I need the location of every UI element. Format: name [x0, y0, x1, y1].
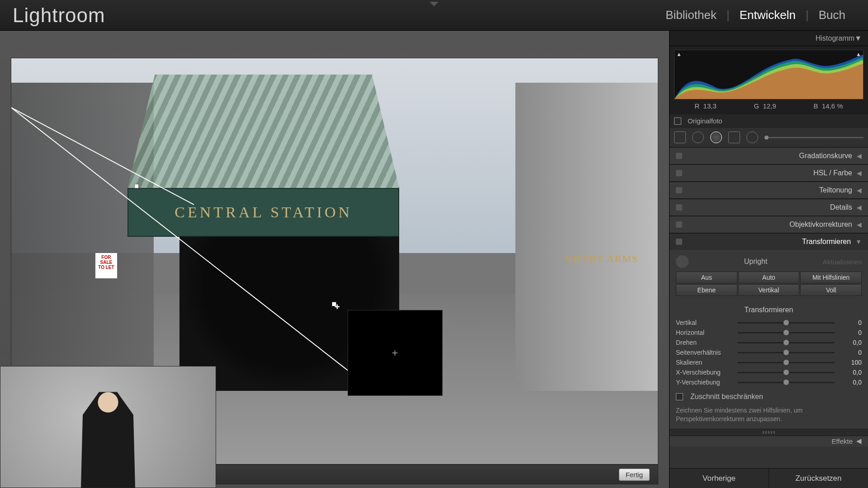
- upright-vertikal[interactable]: Vertikal: [738, 284, 800, 296]
- upright-ebene[interactable]: Ebene: [676, 284, 737, 296]
- panel-tonecurve[interactable]: Gradationskurve◀: [670, 148, 868, 164]
- slider-aspect[interactable]: Seitenverhältnis0: [676, 347, 862, 357]
- originalfoto-checkbox[interactable]: [674, 117, 681, 125]
- webcam-overlay: [0, 366, 216, 488]
- done-button[interactable]: Fertig: [619, 469, 650, 481]
- app-title: Lightroom: [13, 4, 105, 27]
- chevron-left-icon: ◀: [857, 169, 862, 177]
- transform-sliders-title: Transformieren: [676, 306, 862, 314]
- nav-sep: |: [726, 8, 730, 22]
- previous-button[interactable]: Vorherige: [670, 469, 769, 488]
- sign-grant-arms: GRANT ARMS: [565, 253, 638, 265]
- sign-for-sale: FOR SALETO LET: [95, 253, 117, 278]
- slider-scale[interactable]: Skalieren100: [676, 357, 862, 367]
- panel-detail[interactable]: Details◀: [670, 199, 868, 216]
- upright-tool-icon[interactable]: [676, 255, 689, 268]
- clip-highlight-icon[interactable]: ▲: [856, 51, 861, 57]
- constrain-crop-checkbox[interactable]: [676, 393, 683, 400]
- histogram-panel: ▲ ▲ R 13,3 G 12,9 B 14,6 %: [670, 46, 868, 114]
- slider-rotate[interactable]: Drehen0,0: [676, 338, 862, 347]
- sign-central-station: CENTRAL STATION: [175, 204, 352, 221]
- panel-hsl[interactable]: HSL / Farbe◀: [670, 165, 868, 181]
- slider-vertical[interactable]: Vertikal0: [676, 318, 862, 328]
- nav-book[interactable]: Buch: [809, 8, 855, 22]
- presenter-silhouette: [63, 384, 153, 488]
- panel-effects[interactable]: Effekte◀: [670, 436, 868, 446]
- upright-voll[interactable]: Voll: [800, 284, 862, 296]
- panel-resize-grip[interactable]: [670, 429, 868, 436]
- spot-tool-icon[interactable]: [692, 131, 704, 143]
- title-bar: Lightroom Bibliothek | Entwickeln | Buch: [0, 0, 868, 31]
- originalfoto-label: Originalfoto: [688, 117, 722, 125]
- chevron-left-icon: ◀: [857, 187, 862, 194]
- panel-transform[interactable]: Transformieren▼: [670, 234, 868, 250]
- chevron-left-icon: ◀: [857, 152, 862, 160]
- chevron-left-icon: ◀: [857, 221, 862, 228]
- slider-horizontal[interactable]: Horizontal0: [676, 328, 862, 338]
- constrain-crop-label: Zuschnitt beschränken: [690, 393, 763, 401]
- upright-label: Upright: [744, 258, 768, 266]
- radial-tool-icon[interactable]: [746, 131, 758, 143]
- guide-handle[interactable]: [134, 184, 139, 188]
- clip-shadow-icon[interactable]: ▲: [676, 51, 682, 57]
- upright-refresh[interactable]: Aktualisieren: [823, 258, 862, 266]
- gradient-tool-icon[interactable]: [728, 131, 740, 143]
- upright-hilfslinien[interactable]: Mit Hilfslinien: [800, 272, 862, 283]
- upright-mode-grid: Aus Auto Mit Hilfslinien Ebene Vertikal …: [676, 272, 862, 296]
- nav-library[interactable]: Bibliothek: [656, 8, 726, 22]
- panel-lenscorr[interactable]: Objektivkorrekturen◀: [670, 216, 868, 233]
- redeye-tool-icon[interactable]: [710, 131, 722, 143]
- transform-help-text: Zeichnen Sie mindestens zwei Hilfslinien…: [676, 406, 862, 423]
- crop-tool-icon[interactable]: [674, 131, 686, 143]
- upright-auto[interactable]: Auto: [738, 272, 800, 283]
- cursor-crosshair-icon: +: [335, 302, 340, 312]
- slider-yoffset[interactable]: Y-Verschiebung0,0: [676, 377, 862, 387]
- histogram-canvas[interactable]: ▲ ▲: [674, 50, 863, 99]
- histogram-header[interactable]: Histogramm ▼: [670, 31, 868, 46]
- chevron-down-icon: ▼: [854, 34, 862, 42]
- upright-aus[interactable]: Aus: [676, 272, 737, 283]
- canvas-area: GRANT ARMS CENTRAL STATION FOR SALETO LE…: [0, 31, 669, 488]
- nav-develop[interactable]: Entwickeln: [730, 8, 806, 22]
- right-footer: Vorherige Zurücksetzen: [670, 468, 868, 488]
- chevron-left-icon: ◀: [856, 437, 862, 445]
- brush-size-slider[interactable]: [764, 137, 863, 138]
- rgb-readout: R 13,3 G 12,9 B 14,6 %: [674, 99, 863, 111]
- nav-sep: |: [806, 8, 809, 22]
- loupe-preview: [348, 310, 443, 396]
- module-nav: Bibliothek | Entwickeln | Buch: [656, 8, 855, 22]
- reset-button[interactable]: Zurücksetzen: [769, 469, 868, 488]
- chevron-down-icon: ▼: [855, 238, 862, 245]
- local-tools-row: [670, 127, 868, 147]
- slider-xoffset[interactable]: X-Verschiebung0,0: [676, 367, 862, 377]
- panel-splittoning[interactable]: Teiltonung◀: [670, 182, 868, 198]
- chevron-left-icon: ◀: [857, 204, 862, 211]
- right-panel: Histogramm ▼ ▲ ▲ R 13,3 G 12,9: [669, 31, 868, 488]
